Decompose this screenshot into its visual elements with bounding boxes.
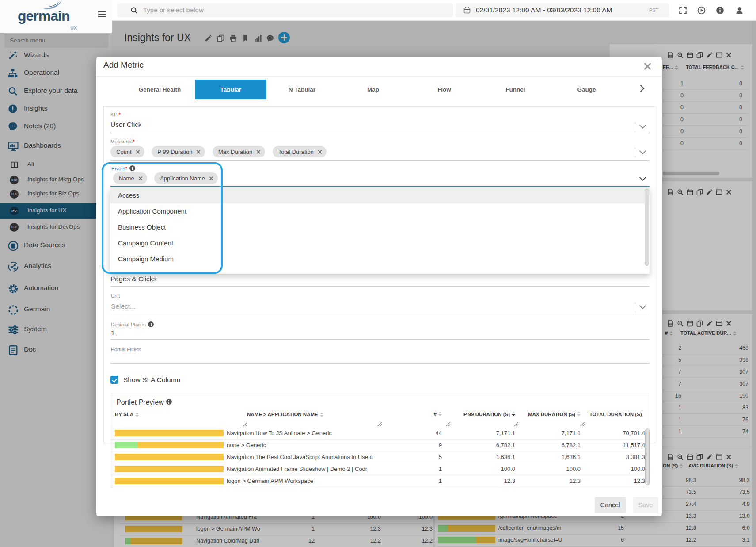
tab-tabular[interactable]: Tabular (195, 80, 266, 99)
tab-general-health[interactable]: General Health (124, 80, 195, 99)
sla-bar (115, 454, 224, 460)
pivots-active-underline (110, 186, 650, 187)
field-underline (110, 363, 650, 364)
column-header-max[interactable]: MAX DURATION (S) (528, 412, 581, 417)
chip-count[interactable]: Count (110, 146, 144, 157)
info-icon[interactable] (148, 321, 154, 327)
user-icon[interactable] (735, 6, 744, 15)
tab-gauge[interactable]: Gauge (551, 80, 622, 99)
divider (635, 148, 635, 157)
sla-bar (115, 466, 224, 472)
menu-toggle-icon[interactable] (98, 11, 106, 17)
field-underline (110, 314, 650, 314)
portlet-filters-label: Portlet Filters (111, 347, 141, 352)
column-resize-grip[interactable] (377, 422, 382, 426)
pivots-dropdown: Access Application Component Business Ob… (110, 187, 650, 274)
option-campaign-content[interactable]: Campaign Content (110, 235, 650, 251)
column-header-name[interactable]: NAME > APPLICATION NAME (247, 412, 323, 417)
calendar-icon (463, 7, 471, 14)
measures-chips: Count P 99 Duration Max Duration Total D… (110, 146, 332, 157)
cancel-button[interactable]: Cancel (595, 497, 626, 513)
sla-bar (115, 430, 224, 436)
chip-total-duration[interactable]: Total Duration (273, 146, 327, 157)
preview-row: none > Generic 9 6,782.1 6,782.1 11,517.… (110, 439, 644, 451)
option-access[interactable]: Access (110, 187, 650, 203)
tab-map[interactable]: Map (338, 80, 409, 99)
option-application-component[interactable]: Application Component (110, 203, 650, 219)
logo-block: germain UX (0, 0, 112, 33)
unit-label: Unit (111, 293, 120, 298)
pivots-label: Pivots* (111, 165, 135, 171)
remove-chip-icon[interactable] (209, 176, 213, 181)
chip-name[interactable]: Name (113, 172, 147, 184)
column-resize-grip[interactable] (446, 422, 450, 426)
remove-chip-icon[interactable] (138, 176, 143, 181)
unit-select[interactable]: Select... (111, 302, 136, 310)
application-window: Search menu Wizards Operational Explore … (0, 0, 756, 547)
kpi-select[interactable]: User Click (110, 121, 142, 129)
decimal-places-label: Decimal Places (111, 321, 154, 327)
modal-title: Add Metric (103, 60, 144, 70)
preview-row: Navigation How To JS Animate > Generic 4… (110, 427, 644, 440)
column-header-p99[interactable]: P 99 DURATION (S) (462, 412, 515, 417)
divider (635, 122, 635, 132)
search-icon (130, 7, 138, 14)
preview-row: logon > Germain APM Workspace 1 12.3 12.… (110, 475, 644, 487)
date-range-picker[interactable]: 02/01/2023 12:00 AM - 03/03/2023 12:00 A… (456, 3, 669, 17)
option-business-object[interactable]: Business Object (110, 219, 650, 235)
portlet-preview-panel: Portlet Preview BY SLA NAME > APPLICATIO… (110, 393, 650, 488)
add-metric-modal: Add Metric General Health Tabular N Tabu… (96, 57, 662, 516)
divider (96, 76, 662, 77)
column-resize-grip[interactable] (514, 422, 518, 426)
kpi-label: KPI* (110, 112, 121, 117)
column-header-total[interactable]: TOTAL DURATION (S) (589, 412, 646, 417)
field-underline (110, 133, 650, 133)
save-button[interactable]: Save (633, 497, 658, 513)
column-resize-grip[interactable] (243, 422, 247, 426)
sla-bar (115, 442, 224, 448)
play-icon[interactable] (697, 6, 706, 15)
chip-application-name[interactable]: Application Name (154, 172, 218, 184)
modal-close-icon[interactable] (642, 61, 652, 71)
tab-flow[interactable]: Flow (409, 80, 480, 99)
logo-sub: UX (70, 25, 77, 31)
tab-n-tabular[interactable]: N Tabular (266, 80, 338, 99)
measures-label: Measures* (110, 139, 135, 144)
show-sla-checkbox[interactable] (110, 376, 118, 384)
chip-max-duration[interactable]: Max Duration (213, 146, 265, 157)
column-header-by-sla[interactable]: BY SLA (115, 412, 139, 417)
sla-bar (115, 478, 224, 484)
remove-chip-icon[interactable] (317, 149, 322, 154)
field-underline (110, 160, 650, 161)
column-header-count[interactable]: # (402, 412, 442, 417)
date-range-value: 02/01/2023 12:00 AM - 03/03/2023 12:00 A… (476, 6, 612, 14)
preview-scrollbar[interactable] (645, 428, 650, 485)
preview-row: Navigation The Best Cool JavaScript Anim… (110, 451, 644, 463)
remove-chip-icon[interactable] (256, 149, 261, 154)
option-campaign-medium[interactable]: Campaign Medium (110, 251, 650, 267)
divider (635, 302, 635, 312)
timezone-label: PST (649, 8, 658, 13)
decimal-places-input[interactable]: 1 (111, 329, 115, 337)
remove-chip-icon[interactable] (135, 149, 140, 154)
group-title-value[interactable]: Pages & Clicks (110, 275, 156, 283)
show-sla-label: Show SLA Column (123, 376, 180, 384)
remove-chip-icon[interactable] (196, 149, 201, 154)
preview-row: Navigation Animated Frame Slideshow | De… (110, 463, 644, 475)
info-icon[interactable] (129, 165, 135, 171)
info-icon[interactable] (716, 6, 724, 15)
global-search-placeholder: Type or select below (143, 6, 204, 14)
pivots-chips: Name Application Name (113, 172, 223, 184)
top-bar: Type or select below 02/01/2023 12:00 AM… (0, 0, 756, 21)
portlet-preview-title: Portlet Preview (116, 398, 172, 406)
tab-funnel[interactable]: Funnel (480, 80, 551, 99)
column-resize-grip[interactable] (580, 422, 585, 426)
tabs-next-chevron-icon[interactable] (637, 85, 645, 92)
logo[interactable]: germain (18, 8, 69, 24)
global-search-input[interactable]: Type or select below (117, 3, 453, 17)
chip-p99-duration[interactable]: P 99 Duration (152, 146, 205, 157)
field-underline (110, 339, 650, 340)
info-icon[interactable] (166, 399, 172, 405)
dropdown-scrollbar[interactable] (645, 189, 649, 266)
fullscreen-icon[interactable] (679, 6, 687, 15)
